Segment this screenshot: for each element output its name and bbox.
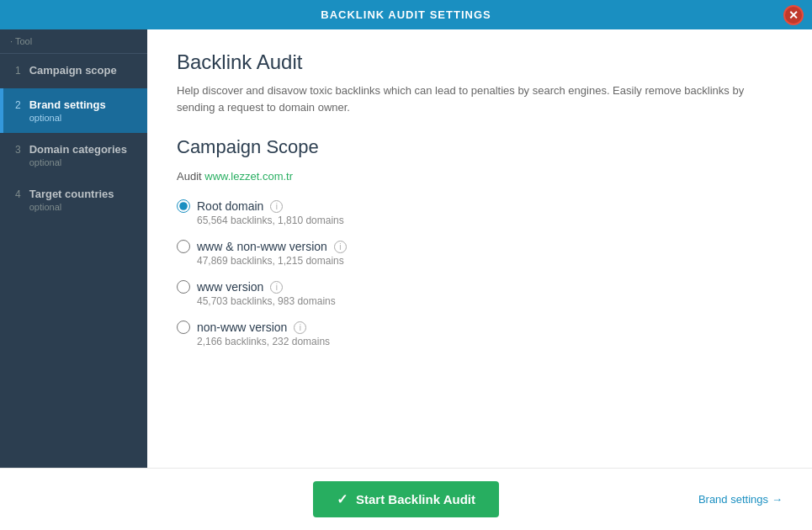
info-icon-www-non-www[interactable]: i xyxy=(334,241,347,253)
sidebar-item-label-2: Brand settings xyxy=(29,98,106,113)
sidebar-item-label-1: Campaign scope xyxy=(29,64,117,78)
section-title: Campaign Scope xyxy=(177,136,783,158)
sidebar-item-number-4: 4 xyxy=(15,188,21,200)
checkmark-icon: ✓ xyxy=(337,491,348,507)
audit-domain-link[interactable]: www.lezzet.com.tr xyxy=(204,170,293,183)
brand-settings-label: Brand settings xyxy=(698,493,768,506)
radio-stats-www-version: 45,703 backlinks, 983 domains xyxy=(197,295,783,307)
sidebar-item-label-3: Domain categories xyxy=(29,143,127,157)
sidebar-item-sub-2: optional xyxy=(29,113,106,123)
radio-option-root-domain: Root domain i 65,564 backlinks, 1,810 do… xyxy=(177,199,783,226)
radio-root-domain[interactable] xyxy=(177,199,190,213)
close-button[interactable]: ✕ xyxy=(783,5,804,25)
start-audit-button[interactable]: ✓ Start Backlink Audit xyxy=(313,481,499,517)
sidebar-item-target-countries[interactable]: 4 Target countries optional xyxy=(0,178,147,222)
sidebar-tool-label: · Tool xyxy=(0,29,147,54)
main-content: Backlink Audit Help discover and disavow… xyxy=(147,29,812,468)
sidebar: · Tool 1 Campaign scope 2 Brand settings… xyxy=(0,29,147,468)
radio-stats-www-non-www: 47,869 backlinks, 1,215 domains xyxy=(197,255,783,267)
radio-option-www-version: www version i 45,703 backlinks, 983 doma… xyxy=(177,280,783,307)
radio-group: Root domain i 65,564 backlinks, 1,810 do… xyxy=(177,199,783,347)
sidebar-item-domain-categories[interactable]: 3 Domain categories optional xyxy=(0,133,147,178)
arrow-icon: → xyxy=(772,493,783,506)
audit-prefix: Audit xyxy=(177,170,202,183)
radio-label-www-non-www: www & non-www version xyxy=(197,240,327,253)
sidebar-item-sub-4: optional xyxy=(29,202,114,212)
radio-stats-root-domain: 65,564 backlinks, 1,810 domains xyxy=(197,215,783,226)
modal-title: BACKLINK AUDIT SETTINGS xyxy=(321,8,491,21)
modal-footer: ✓ Start Backlink Audit Brand settings → xyxy=(0,468,812,530)
sidebar-item-label-4: Target countries xyxy=(29,188,114,202)
modal-header: BACKLINK AUDIT SETTINGS ✕ xyxy=(0,0,812,29)
radio-www-non-www[interactable] xyxy=(177,240,190,253)
radio-label-www-version: www version xyxy=(197,280,263,294)
radio-label-non-www: non-www version xyxy=(197,321,287,334)
info-icon-non-www[interactable]: i xyxy=(294,321,306,334)
close-icon: ✕ xyxy=(788,8,799,22)
sidebar-item-brand-settings[interactable]: 2 Brand settings optional xyxy=(0,88,147,133)
sidebar-item-campaign-scope[interactable]: 1 Campaign scope xyxy=(0,54,147,88)
radio-www-version[interactable] xyxy=(177,280,190,294)
sidebar-item-number-1: 1 xyxy=(15,64,21,77)
radio-label-root-domain: Root domain xyxy=(197,199,263,213)
page-title: Backlink Audit xyxy=(177,50,783,74)
radio-option-www-non-www: www & non-www version i 47,869 backlinks… xyxy=(177,240,783,267)
radio-option-non-www: non-www version i 2,166 backlinks, 232 d… xyxy=(177,321,783,347)
audit-domain-row: Audit www.lezzet.com.tr xyxy=(177,170,783,183)
sidebar-item-number-3: 3 xyxy=(15,143,21,156)
info-icon-root-domain[interactable]: i xyxy=(270,200,283,213)
brand-settings-link[interactable]: Brand settings → xyxy=(698,493,783,506)
start-button-label: Start Backlink Audit xyxy=(356,492,475,506)
radio-stats-non-www: 2,166 backlinks, 232 domains xyxy=(197,336,783,347)
page-description: Help discover and disavow toxic backlink… xyxy=(177,82,783,115)
sidebar-item-sub-3: optional xyxy=(29,157,127,167)
sidebar-item-number-2: 2 xyxy=(15,98,21,111)
modal-body: · Tool 1 Campaign scope 2 Brand settings… xyxy=(0,29,812,468)
info-icon-www-version[interactable]: i xyxy=(270,281,283,294)
radio-non-www[interactable] xyxy=(177,321,190,334)
